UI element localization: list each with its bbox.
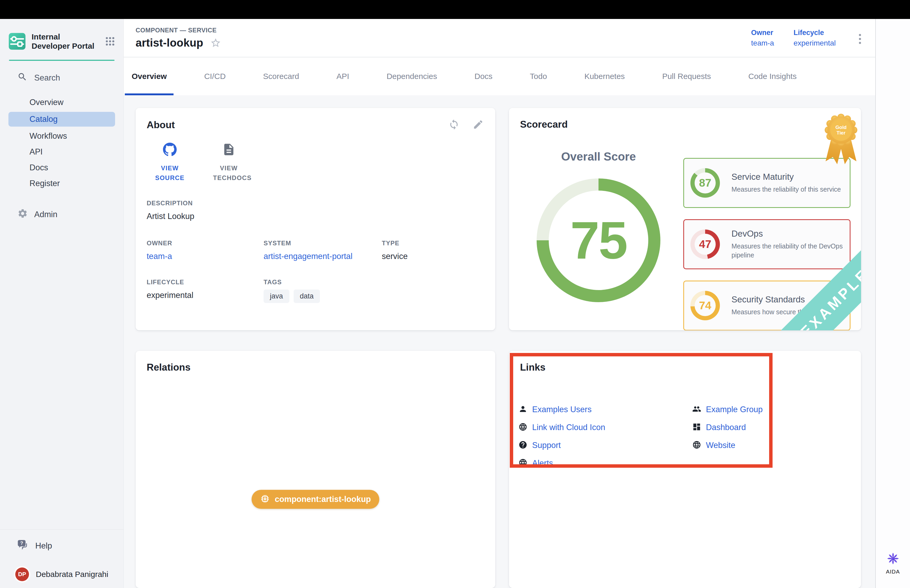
system-field: SYSTEM artist-engagement-portal	[263, 239, 382, 261]
view-source-button[interactable]: VIEW SOURCE	[149, 143, 191, 183]
view-techdocs-button[interactable]: VIEW TECHDOCS	[208, 143, 250, 183]
group-icon	[692, 405, 701, 415]
sidebar-item-overview[interactable]: Overview	[8, 94, 115, 110]
sidebar-footer: ? Help DP Debabrata Panigrahi	[0, 529, 123, 588]
sidebar-nav: OverviewCatalogWorkflowsAPIDocsRegister	[0, 94, 123, 191]
metric-gauge: 47	[690, 229, 720, 259]
link-support[interactable]: Support	[519, 440, 692, 451]
owner-field-link[interactable]: team-a	[147, 252, 263, 261]
brand: Internal Developer Portal	[0, 19, 123, 60]
link-alerts[interactable]: Alerts	[519, 458, 692, 469]
tab-ci-cd[interactable]: CI/CD	[197, 57, 233, 95]
sidebar-item-catalog[interactable]: Catalog	[8, 112, 115, 127]
content-area: About	[124, 95, 875, 588]
link-link-with-cloud-icon[interactable]: Link with Cloud Icon	[519, 422, 692, 433]
link-label: Website	[706, 441, 735, 450]
relations-node-chip[interactable]: component:artist-lookup	[251, 490, 379, 509]
main-area: COMPONENT — SERVICE artist-lookup Owner …	[124, 19, 875, 588]
user-profile[interactable]: DP Debabrata Panigrahi	[0, 567, 123, 581]
tab-scorecard[interactable]: Scorecard	[256, 57, 306, 95]
metric-name: Service Maturity	[732, 172, 841, 182]
brand-title: Internal Developer Portal	[32, 32, 97, 51]
tag-chip-data: data	[294, 289, 320, 303]
metric-name: Security Standards	[732, 294, 821, 305]
links-card: Links Examples UsersLink with Cloud Icon…	[509, 351, 861, 588]
owner-link[interactable]: team-a	[751, 39, 774, 47]
sidebar-item-register[interactable]: Register	[8, 176, 115, 191]
tags-field: TAGS javadata	[263, 278, 382, 303]
link-label: Dashboard	[706, 423, 746, 432]
tab-overview[interactable]: Overview	[125, 57, 173, 95]
right-rail: AIDA	[875, 19, 910, 588]
gold-tier-badge: Gold Tier	[825, 114, 857, 169]
tab-dependencies[interactable]: Dependencies	[380, 57, 444, 95]
refresh-icon[interactable]	[448, 119, 459, 131]
tab-kubernetes[interactable]: Kubernetes	[577, 57, 631, 95]
lifecycle-label: Lifecycle	[794, 29, 836, 37]
tab-docs[interactable]: Docs	[468, 57, 499, 95]
owner-meta: Owner team-a	[751, 29, 774, 47]
entity-header: COMPONENT — SERVICE artist-lookup Owner …	[124, 19, 875, 57]
user-name: Debabrata Panigrahi	[36, 570, 108, 579]
app-root: Internal Developer Portal Search Overvie…	[0, 0, 910, 588]
link-label: Example Group	[706, 405, 763, 414]
metric-tile-devops[interactable]: 47DevOpsMeasures the reliability of the …	[683, 219, 850, 269]
github-icon	[163, 143, 177, 157]
search-label: Search	[34, 73, 60, 82]
type-field: TYPE service	[382, 239, 484, 261]
link-label: Link with Cloud Icon	[532, 423, 605, 432]
relations-node-label: component:artist-lookup	[275, 494, 371, 504]
sidebar-item-api[interactable]: API	[8, 144, 115, 160]
scorecard-title: Scorecard	[520, 119, 568, 130]
relations-card: Relations component:artist-lookup	[136, 351, 495, 588]
aida-label: AIDA	[886, 569, 900, 575]
kebab-menu-icon[interactable]	[855, 31, 865, 47]
globe-icon	[692, 440, 701, 450]
globe-icon	[519, 422, 527, 433]
gear-icon	[18, 208, 28, 221]
star-icon[interactable]	[210, 37, 221, 48]
link-dashboard[interactable]: Dashboard	[692, 422, 850, 433]
lifecycle-field: LIFECYCLE experimental	[147, 278, 263, 303]
links-title: Links	[520, 362, 546, 373]
help-button[interactable]: ? Help	[0, 539, 123, 553]
metric-score: 74	[699, 299, 711, 312]
view-source-label: VIEW SOURCE	[154, 163, 186, 183]
about-title: About	[147, 120, 175, 131]
tab-pull-requests[interactable]: Pull Requests	[655, 57, 718, 95]
sidebar-item-docs[interactable]: Docs	[8, 160, 115, 176]
portal-logo-icon	[8, 32, 26, 50]
breadcrumb: COMPONENT — SERVICE	[136, 27, 221, 34]
svg-text:?: ?	[20, 540, 23, 546]
tab-code-insights[interactable]: Code Insights	[742, 57, 803, 95]
lifecycle-meta: Lifecycle experimental	[794, 29, 836, 47]
description-value: Artist Lookup	[147, 212, 484, 221]
lifecycle-value: experimental	[794, 39, 836, 47]
sidebar-search[interactable]: Search	[0, 61, 123, 84]
chip-component-icon	[260, 494, 270, 505]
metric-description: Measures the reliability of this service	[732, 185, 841, 194]
overall-score-value: 75	[571, 210, 627, 271]
tab-todo[interactable]: Todo	[523, 57, 554, 95]
apps-grid-icon[interactable]	[105, 36, 116, 47]
link-label: Alerts	[532, 459, 553, 468]
tag-chip-java: java	[263, 289, 289, 303]
link-website[interactable]: Website	[692, 440, 850, 451]
search-icon	[18, 72, 27, 84]
edit-icon[interactable]	[473, 119, 484, 131]
link-example-group[interactable]: Example Group	[692, 404, 850, 415]
link-examples-users[interactable]: Examples Users	[519, 404, 692, 415]
aida-widget[interactable]: AIDA	[886, 552, 900, 575]
admin-label: Admin	[34, 210, 57, 219]
top-black-bar	[0, 0, 910, 19]
sidebar-item-admin[interactable]: Admin	[0, 208, 123, 221]
system-field-link[interactable]: artist-engagement-portal	[263, 252, 382, 261]
owner-label: Owner	[751, 29, 774, 37]
view-techdocs-label: VIEW TECHDOCS	[213, 163, 245, 183]
page-title: artist-lookup	[136, 37, 203, 49]
sidebar: Internal Developer Portal Search Overvie…	[0, 19, 124, 588]
tab-api[interactable]: API	[330, 57, 356, 95]
help-chat-icon: ?	[17, 539, 28, 553]
owner-field: OWNER team-a	[147, 239, 263, 261]
sidebar-item-workflows[interactable]: Workflows	[8, 128, 115, 144]
